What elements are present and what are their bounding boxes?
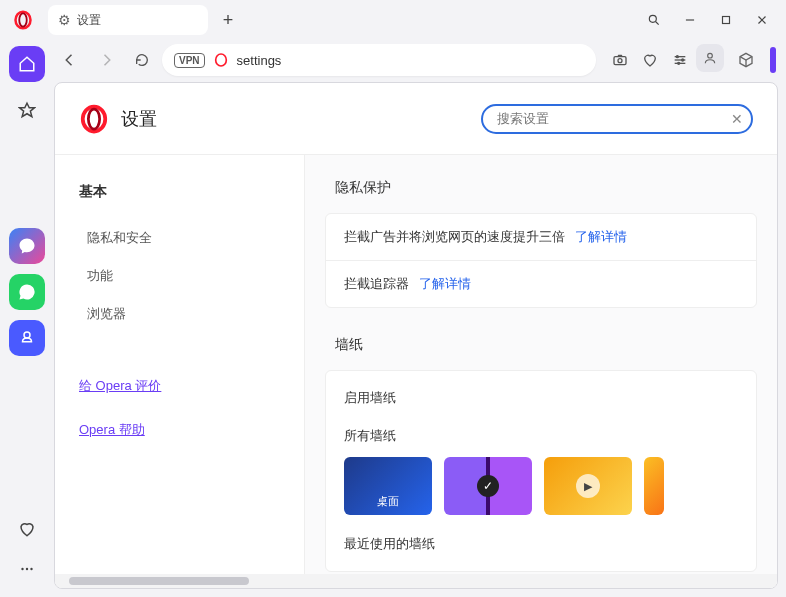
svg-point-22 (708, 53, 713, 58)
svg-point-1 (19, 13, 27, 26)
svg-point-13 (215, 54, 226, 66)
back-button[interactable] (54, 44, 86, 76)
section-title-privacy: 隐私保护 (305, 179, 777, 213)
svg-marker-8 (20, 103, 35, 117)
window-maximize-button[interactable] (708, 2, 744, 38)
thumb-label: 桌面 (377, 494, 399, 515)
settings-header: 设置 ✕ (55, 83, 777, 155)
svg-point-12 (30, 568, 32, 570)
opera-url-icon (213, 52, 229, 68)
svg-point-15 (618, 59, 622, 63)
horizontal-scrollbar[interactable] (55, 574, 777, 588)
messenger-button[interactable] (9, 228, 45, 264)
settings-title: 设置 (121, 107, 157, 131)
settings-sidebar: 基本 隐私和安全 功能 浏览器 给 Opera 评价 Opera 帮助 (55, 155, 305, 588)
workspace-button[interactable] (9, 320, 45, 356)
browser-tab[interactable]: ⚙ 设置 (48, 5, 208, 35)
url-text: settings (237, 53, 282, 68)
svg-line-3 (656, 22, 659, 25)
sidebar-indicator (770, 47, 776, 73)
wallpaper-all-label: 所有墙纸 (344, 427, 738, 445)
sidebar-link-rate[interactable]: 给 Opera 评价 (79, 373, 280, 399)
section-title-wallpaper: 墙纸 (305, 336, 777, 370)
home-button[interactable] (9, 46, 45, 82)
wallpaper-recent-label: 最近使用的墙纸 (344, 535, 738, 553)
left-rail (0, 40, 54, 597)
window-close-button[interactable] (744, 2, 780, 38)
check-icon: ✓ (477, 475, 499, 497)
reload-button[interactable] (126, 44, 158, 76)
sidebar-item-browser[interactable]: 浏览器 (79, 295, 280, 333)
wallpaper-thumb-desktop[interactable]: 桌面 (344, 457, 432, 515)
new-tab-button[interactable]: + (214, 6, 242, 34)
wallpaper-thumb-more[interactable] (644, 457, 664, 515)
svg-rect-5 (723, 17, 730, 24)
settings-search-input[interactable] (481, 104, 753, 134)
settings-main-pane: 隐私保护 拦截广告并将浏览网页的速度提升三倍 了解详情 拦截追踪器 了解详情 墙… (305, 155, 777, 588)
svg-point-10 (21, 568, 23, 570)
svg-point-11 (26, 568, 28, 570)
settings-opera-logo-icon (79, 104, 109, 134)
card-row-tracker[interactable]: 拦截追踪器 了解详情 (326, 260, 756, 307)
profile-button[interactable] (696, 44, 724, 72)
tab-title: 设置 (77, 12, 101, 29)
opera-logo-icon (6, 3, 40, 37)
learn-more-link[interactable]: 了解详情 (419, 276, 471, 291)
sidebar-heading: 基本 (79, 183, 280, 201)
vpn-badge[interactable]: VPN (174, 53, 205, 68)
easy-setup-button[interactable] (666, 44, 694, 76)
whatsapp-button[interactable] (9, 274, 45, 310)
sidebar-link-help[interactable]: Opera 帮助 (79, 417, 280, 443)
bookmarks-button[interactable] (9, 92, 45, 128)
heart-button[interactable] (9, 511, 45, 547)
svg-point-25 (88, 109, 99, 129)
svg-point-20 (682, 59, 684, 61)
card-row-text: 拦截广告并将浏览网页的速度提升三倍 (344, 229, 565, 244)
play-icon: ▶ (576, 474, 600, 498)
favorite-heart-button[interactable] (636, 44, 664, 76)
global-search-button[interactable] (636, 2, 672, 38)
extensions-button[interactable] (732, 46, 760, 74)
snapshot-button[interactable] (606, 44, 634, 76)
wallpaper-thumb-animated[interactable]: ▶ (544, 457, 632, 515)
privacy-card: 拦截广告并将浏览网页的速度提升三倍 了解详情 拦截追踪器 了解详情 (325, 213, 757, 308)
card-row-adblock[interactable]: 拦截广告并将浏览网页的速度提升三倍 了解详情 (326, 214, 756, 260)
learn-more-link[interactable]: 了解详情 (575, 229, 627, 244)
window-titlebar: ⚙ 设置 + (0, 0, 786, 40)
svg-rect-14 (614, 57, 626, 65)
address-bar-row: VPN settings (0, 40, 786, 80)
wallpaper-thumb-selected[interactable]: ✓ (444, 457, 532, 515)
window-minimize-button[interactable] (672, 2, 708, 38)
svg-point-21 (678, 62, 680, 64)
scrollbar-thumb[interactable] (69, 577, 249, 585)
wallpaper-card: 启用墙纸 所有墙纸 桌面 ✓ ▶ 最近使用的墙纸 (325, 370, 757, 572)
clear-search-icon[interactable]: ✕ (731, 111, 743, 127)
settings-page: 设置 ✕ 基本 隐私和安全 功能 浏览器 给 Opera 评价 Opera 帮助… (54, 82, 778, 589)
svg-point-19 (676, 56, 678, 58)
wallpaper-enable-row[interactable]: 启用墙纸 (344, 389, 738, 407)
svg-point-2 (649, 15, 656, 22)
address-bar[interactable]: VPN settings (162, 44, 596, 76)
card-row-text: 拦截追踪器 (344, 276, 409, 291)
gear-icon: ⚙ (58, 12, 71, 28)
sidebar-item-features[interactable]: 功能 (79, 257, 280, 295)
forward-button[interactable] (90, 44, 122, 76)
more-button[interactable] (9, 551, 45, 587)
svg-point-9 (24, 332, 30, 338)
sidebar-item-privacy[interactable]: 隐私和安全 (79, 219, 280, 257)
